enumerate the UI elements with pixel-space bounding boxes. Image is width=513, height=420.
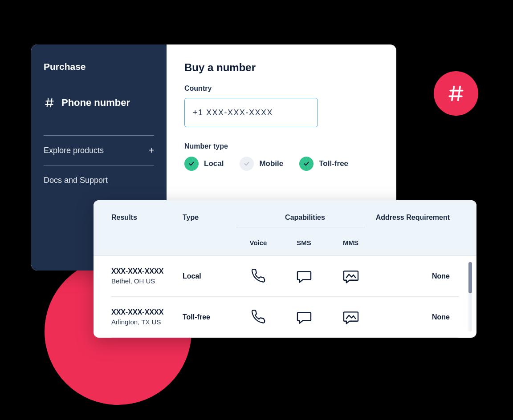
mms-icon xyxy=(327,269,374,283)
svg-line-7 xyxy=(51,99,52,107)
sidebar-item-docs-support[interactable]: Docs and Support xyxy=(44,166,154,185)
sidebar-item-phone-number[interactable]: Phone number xyxy=(44,97,154,109)
col-address: Address Requirement xyxy=(374,214,459,222)
sidebar-title: Purchase xyxy=(44,61,154,72)
scrollbar[interactable] xyxy=(468,262,472,331)
svg-line-3 xyxy=(458,86,460,100)
type-tollfree-label: Toll-free xyxy=(319,159,348,168)
number-type-label: Number type xyxy=(184,142,379,150)
result-location: Arlington, TX US xyxy=(111,318,183,326)
sidebar-explore-label: Explore products xyxy=(44,146,104,155)
col-type: Type xyxy=(183,214,236,222)
result-type: Local xyxy=(183,272,236,280)
page-title: Buy a number xyxy=(184,61,379,74)
sidebar-docs-label: Docs and Support xyxy=(44,176,108,185)
svg-line-6 xyxy=(47,99,49,107)
col-capabilities: Capabilities xyxy=(236,214,374,222)
number-type-row: Local Mobile Toll-free xyxy=(184,157,379,171)
type-option-local[interactable]: Local xyxy=(184,157,224,171)
sms-icon xyxy=(281,270,327,283)
voice-icon xyxy=(236,269,281,284)
type-local-label: Local xyxy=(204,159,224,168)
sidebar-item-explore-products[interactable]: Explore products + xyxy=(44,136,154,166)
result-type: Toll-free xyxy=(183,313,236,321)
type-option-tollfree[interactable]: Toll-free xyxy=(299,157,348,171)
type-mobile-label: Mobile xyxy=(259,159,283,168)
result-number: XXX-XXX-XXXX xyxy=(111,267,183,275)
svg-line-2 xyxy=(452,86,454,100)
col-results: Results xyxy=(111,214,183,222)
results-body: XXX-XXX-XXXX Bethel, OH US Local None XX… xyxy=(94,256,476,338)
table-row[interactable]: XXX-XXX-XXXX Bethel, OH US Local None xyxy=(111,256,459,297)
col-mms: MMS xyxy=(327,239,374,246)
scrollbar-thumb[interactable] xyxy=(468,262,472,293)
results-header: Results Type Capabilities Address Requir… xyxy=(94,200,476,256)
check-icon xyxy=(299,157,314,171)
col-voice: Voice xyxy=(236,239,281,246)
sms-icon xyxy=(281,311,327,324)
result-number: XXX-XXX-XXXX xyxy=(111,308,183,316)
sidebar-product-label: Phone number xyxy=(61,97,130,109)
decorative-hash-badge xyxy=(434,71,478,116)
hash-icon xyxy=(44,97,55,109)
plus-icon: + xyxy=(149,145,154,156)
check-icon xyxy=(240,157,254,171)
col-sms: SMS xyxy=(281,239,327,246)
country-input[interactable] xyxy=(184,98,318,127)
check-icon xyxy=(184,157,199,171)
voice-icon xyxy=(236,310,281,325)
result-address-req: None xyxy=(374,272,459,280)
mms-icon xyxy=(327,310,374,324)
result-address-req: None xyxy=(374,313,459,321)
table-row[interactable]: XXX-XXX-XXXX Arlington, TX US Toll-free … xyxy=(111,297,459,338)
results-panel: Results Type Capabilities Address Requir… xyxy=(94,200,476,338)
result-location: Bethel, OH US xyxy=(111,277,183,285)
country-label: Country xyxy=(184,85,379,93)
type-option-mobile[interactable]: Mobile xyxy=(240,157,283,171)
